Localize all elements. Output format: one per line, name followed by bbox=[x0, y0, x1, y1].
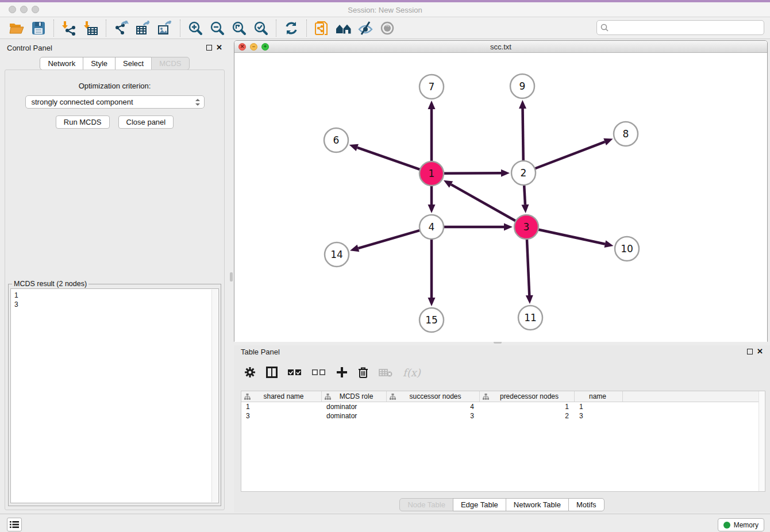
tab-network[interactable]: Network bbox=[40, 57, 83, 70]
graph-node-1[interactable]: 1 bbox=[419, 161, 444, 186]
zoom-selected-icon[interactable] bbox=[252, 20, 270, 37]
export-table-icon[interactable] bbox=[134, 20, 152, 37]
column-header-successor-nodes[interactable]: successor nodes bbox=[387, 391, 480, 402]
tab-select[interactable]: Select bbox=[115, 57, 152, 70]
graph-node-10[interactable]: 10 bbox=[615, 237, 639, 261]
table-panel-close-icon[interactable]: ✕ bbox=[757, 349, 763, 354]
cell-predecessor-nodes[interactable]: 1 bbox=[480, 402, 575, 411]
toolbar-separator bbox=[53, 20, 54, 37]
result-scrollbar[interactable] bbox=[211, 290, 218, 502]
cell-predecessor-nodes[interactable]: 2 bbox=[480, 411, 575, 421]
export-network-icon[interactable] bbox=[112, 20, 130, 37]
tab-node-table[interactable]: Node Table bbox=[399, 498, 453, 511]
zoom-fit-icon[interactable] bbox=[230, 20, 248, 37]
optimization-criterion-select[interactable]: strongly connected component bbox=[25, 95, 205, 109]
tab-mcds[interactable]: MCDS bbox=[151, 57, 189, 70]
graph-node-6[interactable]: 6 bbox=[324, 128, 348, 152]
run-mcds-button[interactable]: Run MCDS bbox=[56, 115, 110, 129]
table-row[interactable]: 1dominator411 bbox=[241, 402, 765, 411]
hide-selected-icon[interactable] bbox=[356, 20, 375, 37]
column-header-name[interactable]: name bbox=[575, 391, 623, 402]
export-image-icon[interactable] bbox=[156, 20, 174, 37]
cell-name[interactable]: 3 bbox=[575, 411, 623, 421]
result-item[interactable]: 1 bbox=[14, 291, 215, 300]
graph-edge-2-9[interactable] bbox=[519, 100, 526, 161]
cell-successor-nodes[interactable]: 4 bbox=[387, 402, 480, 411]
table-panel-float-icon[interactable] bbox=[747, 349, 753, 354]
tab-motifs[interactable]: Motifs bbox=[568, 498, 605, 511]
graph-node-2[interactable]: 2 bbox=[511, 161, 536, 185]
delete-columns-icon[interactable] bbox=[358, 367, 368, 378]
graph-node-14[interactable]: 14 bbox=[325, 242, 349, 267]
network-canvas[interactable]: 7968124314101511 bbox=[234, 53, 767, 342]
graph-node-11[interactable]: 11 bbox=[518, 306, 542, 330]
graph-node-15[interactable]: 15 bbox=[419, 308, 444, 332]
column-header-predecessor-nodes[interactable]: predecessor nodes bbox=[480, 391, 575, 402]
show-columns-icon[interactable] bbox=[266, 367, 278, 378]
graph-node-7[interactable]: 7 bbox=[419, 75, 444, 99]
table-options-icon[interactable] bbox=[244, 367, 256, 378]
control-panel-close-icon[interactable]: ✕ bbox=[216, 45, 222, 51]
graph-edge-2-8[interactable] bbox=[535, 138, 613, 169]
network-maximize-icon[interactable]: + bbox=[261, 43, 269, 51]
tab-edge-table[interactable]: Edge Table bbox=[453, 498, 506, 511]
deselect-all-icon[interactable] bbox=[312, 369, 326, 376]
network-close-icon[interactable]: ✕ bbox=[238, 43, 246, 51]
graph-edge-4-3[interactable] bbox=[444, 223, 513, 231]
mcds-result-list[interactable]: 13 bbox=[10, 288, 219, 503]
node-table[interactable]: shared nameMCDS rolesuccessor nodesprede… bbox=[241, 391, 765, 492]
graph-node-3[interactable]: 3 bbox=[514, 215, 538, 239]
search-box[interactable] bbox=[596, 20, 764, 35]
result-item[interactable]: 3 bbox=[14, 300, 215, 309]
vertical-splitter-handle[interactable] bbox=[230, 272, 233, 282]
graph-edge-1-6[interactable] bbox=[349, 144, 421, 169]
cell-shared-name[interactable]: 3 bbox=[241, 411, 322, 421]
cell-MCDS-role[interactable]: dominator bbox=[322, 411, 387, 421]
graph-edge-2-3[interactable] bbox=[521, 185, 529, 213]
clone-network-icon[interactable] bbox=[313, 20, 331, 37]
graph-edge-1-4[interactable] bbox=[428, 186, 436, 213]
task-history-button[interactable] bbox=[7, 518, 22, 531]
save-session-icon[interactable] bbox=[29, 20, 48, 37]
graph-edge-4-15[interactable] bbox=[428, 239, 436, 306]
open-session-icon[interactable] bbox=[7, 20, 26, 37]
delete-table-icon[interactable] bbox=[379, 368, 392, 377]
graph-edge-1-7[interactable] bbox=[428, 101, 436, 161]
graph-node-4[interactable]: 4 bbox=[419, 215, 444, 239]
select-all-icon[interactable] bbox=[288, 369, 302, 376]
network-window-titlebar[interactable]: scc.txt ✕ − + bbox=[234, 41, 767, 53]
first-neighbors-icon[interactable] bbox=[334, 20, 353, 37]
column-header-shared-name[interactable]: shared name bbox=[241, 391, 322, 402]
control-panel-float-icon[interactable] bbox=[206, 45, 212, 51]
cell-successor-nodes[interactable]: 3 bbox=[387, 411, 480, 421]
tab-style[interactable]: Style bbox=[83, 57, 116, 70]
svg-text:7: 7 bbox=[429, 81, 435, 92]
graph-node-9[interactable]: 9 bbox=[510, 74, 534, 98]
show-all-icon[interactable] bbox=[378, 20, 396, 37]
cell-MCDS-role[interactable]: dominator bbox=[322, 402, 387, 411]
zoom-out-icon[interactable] bbox=[208, 20, 226, 37]
column-header-MCDS-role[interactable]: MCDS role bbox=[322, 391, 387, 402]
import-table-icon[interactable] bbox=[82, 20, 100, 37]
network-minimize-icon[interactable]: − bbox=[250, 43, 257, 51]
graph-node-8[interactable]: 8 bbox=[614, 122, 638, 146]
graph-edge-4-14[interactable] bbox=[350, 230, 420, 252]
create-column-icon[interactable] bbox=[336, 367, 348, 378]
table-scrollbar[interactable] bbox=[759, 391, 765, 491]
close-panel-button[interactable]: Close panel bbox=[118, 115, 174, 129]
graph-edge-1-2[interactable] bbox=[444, 169, 510, 177]
cell-shared-name[interactable]: 1 bbox=[241, 402, 322, 411]
cell-name[interactable]: 1 bbox=[575, 402, 623, 411]
graph-edge-3-10[interactable] bbox=[538, 229, 614, 248]
graph-edge-3-1[interactable] bbox=[444, 180, 516, 221]
search-input[interactable] bbox=[611, 24, 764, 32]
table-row[interactable]: 3dominator323 bbox=[241, 411, 765, 421]
zoom-in-icon[interactable] bbox=[186, 20, 205, 37]
refresh-network-icon[interactable] bbox=[282, 20, 301, 37]
function-builder-icon[interactable]: f(x) bbox=[403, 367, 421, 379]
graph-edge-3-11[interactable] bbox=[526, 239, 533, 304]
import-network-icon[interactable] bbox=[60, 20, 78, 37]
table-panel-title: Table Panel bbox=[241, 348, 747, 356]
tab-network-table[interactable]: Network Table bbox=[506, 498, 569, 511]
memory-button[interactable]: Memory bbox=[718, 518, 764, 531]
